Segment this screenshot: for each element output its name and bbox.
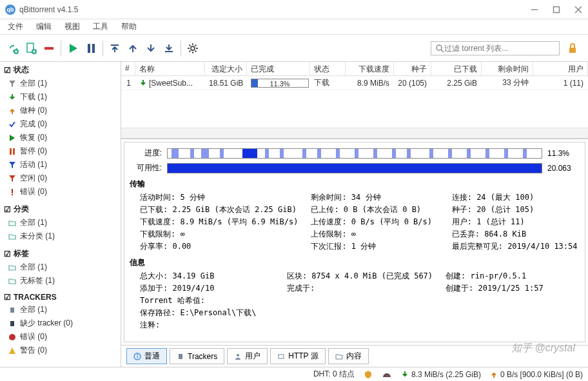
info-total-size: 总大小: 34.19 GiB xyxy=(140,271,274,282)
sidebar-tracker-warning[interactable]: 警告 (0) xyxy=(0,344,121,357)
warning-icon xyxy=(8,346,17,355)
col-name[interactable]: 名称 xyxy=(135,62,205,75)
col-dlspeed[interactable]: 下载速度 xyxy=(346,62,394,75)
availability-label: 可用性: xyxy=(130,162,162,173)
info-icon: i xyxy=(133,353,141,360)
sidebar-tracker-error[interactable]: 错误 (0) xyxy=(0,330,121,344)
table-row[interactable]: 1 [SweetSub... 18.51 GiB 11.3% 下载 8.9 Mi… xyxy=(121,76,588,90)
menu-help[interactable]: 帮助 xyxy=(116,20,142,34)
svg-rect-14 xyxy=(10,148,12,155)
close-button[interactable] xyxy=(574,5,583,14)
svg-point-11 xyxy=(436,45,442,50)
info-active-time: 活动时间: 5 分钟 xyxy=(140,192,298,203)
availability-bar xyxy=(167,163,542,173)
users-icon xyxy=(234,353,242,360)
menu-edit[interactable]: 编辑 xyxy=(31,20,57,34)
sidebar-tracker-all[interactable]: 全部 (1) xyxy=(0,303,121,317)
sidebar-item-errored[interactable]: 错误 (0) xyxy=(0,185,121,199)
tab-content[interactable]: 内容 xyxy=(328,348,369,364)
col-size[interactable]: 选定大小 xyxy=(205,62,247,75)
checkbox-icon: ☑ xyxy=(4,205,11,214)
tab-peers[interactable]: 用户 xyxy=(227,348,268,364)
download-icon xyxy=(8,93,17,102)
sidebar-item-active[interactable]: 活动 (1) xyxy=(0,158,121,171)
svg-line-12 xyxy=(441,50,444,52)
categories-group[interactable]: ☑分类 xyxy=(0,202,121,216)
minimize-button[interactable] xyxy=(530,5,539,14)
search-icon xyxy=(435,44,444,53)
resume-button[interactable] xyxy=(64,39,82,57)
sidebar-item-completed[interactable]: 完成 (0) xyxy=(0,117,121,131)
error-icon xyxy=(8,188,17,197)
pause-button[interactable] xyxy=(82,39,100,57)
settings-button[interactable] xyxy=(184,39,202,57)
col-downloaded[interactable]: 已下载 xyxy=(431,62,482,75)
sidebar-tag-all[interactable]: 全部 (1) xyxy=(0,260,121,274)
info-createdon: 创建于: 2019/1/25 1:57 xyxy=(446,283,580,294)
tab-trackers[interactable]: Trackers xyxy=(170,348,224,364)
funnel-active-icon xyxy=(8,161,17,170)
move-down-button[interactable] xyxy=(142,39,160,57)
trackerless-icon xyxy=(8,319,17,328)
folder-icon xyxy=(8,232,17,241)
sidebar-item-paused[interactable]: 暂停 (0) xyxy=(0,144,121,158)
search-box[interactable] xyxy=(431,41,560,55)
sidebar-tracker-trackerless[interactable]: 缺少 tracker (0) xyxy=(0,317,121,330)
folder-icon xyxy=(8,263,17,272)
menu-view[interactable]: 视图 xyxy=(59,20,85,34)
status-group[interactable]: ☑状态 xyxy=(0,63,121,77)
menu-tools[interactable]: 工具 xyxy=(88,20,113,34)
info-seeds: 种子: 20 (总计 105) xyxy=(452,204,580,215)
sidebar-item-all[interactable]: 全部 (1) xyxy=(0,77,121,90)
menubar: 文件 编辑 视图 工具 帮助 xyxy=(0,19,588,35)
add-file-button[interactable] xyxy=(22,39,40,57)
col-num[interactable]: # xyxy=(121,62,135,75)
sidebar-cat-all[interactable]: 全部 (1) xyxy=(0,216,121,230)
info-lastseen: 最后完整可见: 2019/4/10 13:54 xyxy=(452,241,580,252)
svg-rect-9 xyxy=(92,44,95,53)
progress-label: 进度: xyxy=(130,148,162,159)
sidebar-tag-untagged[interactable]: 无标签 (1) xyxy=(0,274,121,288)
sidebar-item-downloading[interactable]: 下载 (1) xyxy=(0,90,121,104)
info-comment: 注释: xyxy=(140,320,580,331)
horizontal-scrollbar[interactable] xyxy=(121,128,588,138)
sidebar-item-inactive[interactable]: 空闲 (0) xyxy=(0,171,121,185)
funnel-idle-icon xyxy=(8,174,17,183)
upload-icon xyxy=(490,371,498,378)
status-download: 8.3 MiB/s (2.25 GiB) xyxy=(401,370,481,379)
lock-button[interactable] xyxy=(564,39,582,57)
svg-rect-1 xyxy=(554,6,560,12)
remove-button[interactable] xyxy=(40,39,58,57)
info-pieces: 区块: 8754 x 4.0 MiB (已完成 567) xyxy=(287,271,433,282)
tags-group[interactable]: ☑标签 xyxy=(0,247,121,260)
add-link-button[interactable] xyxy=(4,39,22,57)
upload-icon xyxy=(8,106,17,115)
move-bottom-button[interactable] xyxy=(160,39,178,57)
search-input[interactable] xyxy=(444,44,555,53)
sidebar-item-resuming[interactable]: 恢复 (0) xyxy=(0,131,121,144)
trackers-group[interactable]: ☑TRACKERS xyxy=(0,291,121,303)
folder-icon xyxy=(8,277,17,286)
tab-general[interactable]: i普通 xyxy=(126,348,167,364)
folder-icon xyxy=(335,353,343,360)
svg-rect-16 xyxy=(12,189,13,193)
move-up-button[interactable] xyxy=(124,39,142,57)
menu-file[interactable]: 文件 xyxy=(3,20,28,34)
move-top-button[interactable] xyxy=(106,39,124,57)
tab-http[interactable]: HTTP 源 xyxy=(270,348,325,364)
col-peers[interactable]: 用户 xyxy=(533,62,588,75)
sidebar-cat-uncategorized[interactable]: 未分类 (1) xyxy=(0,230,121,243)
tracker-icon xyxy=(8,306,17,315)
col-progress[interactable]: 已完成 xyxy=(247,62,310,75)
col-seeds[interactable]: 种子 xyxy=(394,62,431,75)
svg-point-24 xyxy=(237,354,239,357)
tracker-icon xyxy=(177,353,184,360)
info-dlspeed: 下载速度: 8.9 MiB/s (平均 6.9 MiB/s) xyxy=(140,217,298,228)
piece-progress-bar xyxy=(167,148,542,159)
maximize-button[interactable] xyxy=(552,5,561,14)
info-hash: Torrent 哈希值: xyxy=(140,295,580,306)
sidebar-item-seeding[interactable]: 做种 (0) xyxy=(0,104,121,117)
svg-rect-8 xyxy=(88,44,90,53)
col-eta[interactable]: 剩余时间 xyxy=(482,62,533,75)
col-status[interactable]: 状态 xyxy=(310,62,346,75)
